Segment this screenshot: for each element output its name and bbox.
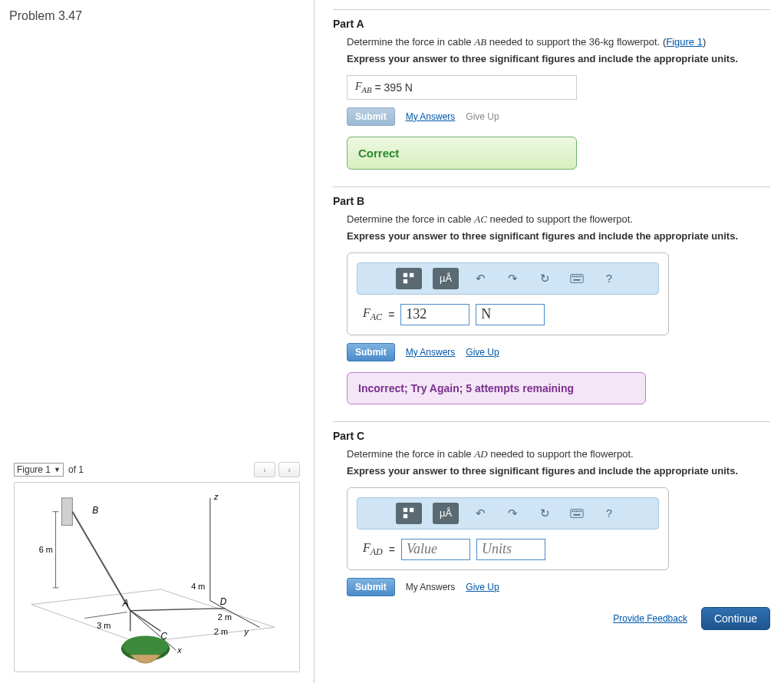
svg-point-14: [123, 635, 169, 657]
dim-2m-b: 2 m: [214, 627, 228, 636]
prompt-text: Determine the force in cable: [347, 213, 474, 225]
variable-label: FAD: [363, 541, 383, 558]
value-input[interactable]: [401, 539, 470, 560]
dropdown-icon: ▼: [54, 466, 61, 473]
svg-rect-18: [571, 274, 583, 282]
answer-toolbar: µÅ ↶ ↷ ↻ ?: [357, 262, 659, 295]
my-answers-link[interactable]: My Answers: [406, 111, 456, 122]
equals-sign: =: [388, 309, 394, 321]
redo-icon[interactable]: ↷: [502, 268, 523, 289]
prompt-text: needed to support the flowerpot.: [487, 213, 633, 225]
part-b-input-panel: µÅ ↶ ↷ ↻ ? FAC =: [347, 252, 669, 335]
units-input[interactable]: [476, 304, 545, 325]
svg-rect-34: [574, 514, 581, 516]
answer-value: 395 N: [384, 81, 413, 94]
svg-rect-24: [574, 279, 581, 281]
axis-y-label: y: [244, 627, 249, 636]
dim-4m: 4 m: [191, 582, 205, 591]
axis-z-label: z: [213, 492, 219, 501]
figure-select-label: Figure 1: [17, 464, 51, 475]
svg-rect-30: [574, 510, 575, 512]
part-c-instruction: Express your answer to three significant…: [347, 465, 770, 477]
svg-rect-16: [410, 273, 413, 277]
cable-name: AC: [474, 213, 487, 225]
submit-button[interactable]: Submit: [347, 107, 395, 126]
reset-icon[interactable]: ↻: [534, 268, 555, 289]
redo-icon[interactable]: ↷: [502, 503, 523, 524]
svg-rect-33: [581, 510, 582, 512]
variable-label: FAB: [355, 81, 371, 94]
undo-icon[interactable]: ↶: [469, 503, 491, 524]
divider: [333, 421, 770, 422]
prompt-text: needed to support the flowerpot.: [488, 448, 634, 460]
svg-rect-27: [404, 514, 407, 518]
keyboard-icon[interactable]: [566, 268, 588, 289]
feedback-correct: Correct: [347, 137, 577, 170]
value-input[interactable]: [400, 304, 469, 325]
svg-rect-17: [404, 279, 407, 283]
figure-of-text: of 1: [68, 464, 84, 475]
template-icon[interactable]: [396, 268, 422, 289]
give-up-link[interactable]: Give Up: [466, 347, 499, 358]
point-a-label: A: [122, 598, 129, 609]
undo-icon[interactable]: ↶: [469, 268, 491, 289]
variable-label: FAC: [363, 306, 382, 323]
give-up-link[interactable]: Give Up: [466, 582, 499, 592]
figure-next-button[interactable]: ›: [278, 462, 300, 477]
help-icon[interactable]: ?: [598, 503, 620, 524]
svg-rect-28: [571, 509, 583, 517]
special-chars-icon[interactable]: µÅ: [433, 503, 459, 524]
cable-name: AB: [474, 36, 486, 48]
dim-2m-a: 2 m: [218, 612, 232, 622]
svg-rect-32: [578, 510, 580, 512]
svg-rect-26: [410, 508, 413, 512]
part-c-input-panel: µÅ ↶ ↷ ↻ ? FAD =: [347, 487, 669, 570]
svg-rect-20: [574, 276, 575, 277]
dim-3m: 3 m: [97, 621, 110, 630]
prompt-text: needed to support the 36-kg flowerpot. (: [486, 36, 666, 48]
answer-toolbar: µÅ ↶ ↷ ↻ ?: [357, 497, 659, 530]
help-icon[interactable]: ?: [598, 268, 620, 289]
submit-button[interactable]: Submit: [347, 343, 395, 361]
svg-rect-25: [404, 508, 407, 512]
svg-line-10: [84, 612, 127, 619]
units-input[interactable]: [476, 539, 545, 560]
dim-6m: 6 m: [39, 545, 53, 554]
keyboard-icon[interactable]: [566, 503, 588, 524]
svg-rect-21: [576, 276, 578, 277]
divider: [333, 9, 770, 10]
prompt-text: Determine the force in cable: [347, 36, 474, 48]
figure-prev-button[interactable]: ‹: [254, 462, 275, 477]
point-d-label: D: [220, 596, 227, 607]
reset-icon[interactable]: ↻: [534, 503, 555, 524]
svg-rect-23: [581, 276, 582, 277]
part-b-instruction: Express your answer to three significant…: [347, 230, 770, 242]
svg-line-8: [130, 609, 226, 611]
give-up-link: Give Up: [466, 111, 499, 122]
svg-line-7: [130, 611, 161, 632]
problem-title: Problem 3.47: [9, 9, 300, 23]
divider: [333, 186, 770, 187]
figure-select[interactable]: Figure 1 ▼: [14, 463, 64, 477]
submit-button[interactable]: Submit: [347, 578, 395, 596]
feedback-incorrect: Incorrect; Try Again; 5 attempts remaini…: [347, 372, 646, 404]
template-icon[interactable]: [396, 503, 422, 524]
axis-x-label: x: [176, 645, 182, 655]
continue-button[interactable]: Continue: [701, 607, 770, 630]
part-a-title: Part A: [333, 18, 770, 30]
svg-rect-22: [578, 276, 580, 277]
equals-sign: =: [374, 81, 380, 94]
equals-sign: =: [389, 543, 395, 556]
part-b-title: Part B: [333, 195, 770, 207]
part-c-title: Part C: [333, 430, 770, 442]
part-a-answer-display: FAB = 395 N: [347, 75, 577, 100]
part-a-prompt: Determine the force in cable AB needed t…: [347, 36, 770, 48]
figure-link[interactable]: Figure 1: [666, 36, 703, 48]
my-answers-link[interactable]: My Answers: [406, 347, 456, 358]
special-chars-icon[interactable]: µÅ: [433, 268, 459, 289]
provide-feedback-link[interactable]: Provide Feedback: [613, 613, 687, 624]
svg-rect-29: [572, 510, 574, 512]
cable-name: AD: [474, 448, 487, 460]
my-answers-link[interactable]: My Answers: [406, 582, 456, 592]
figure-nav-bar: Figure 1 ▼ of 1 ‹ ›: [14, 462, 300, 477]
